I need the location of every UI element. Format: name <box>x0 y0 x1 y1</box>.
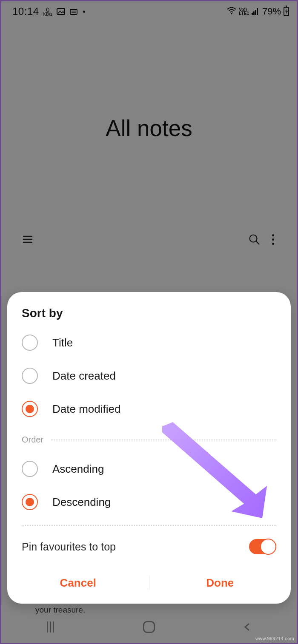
dialog-title: Sort by <box>7 306 291 326</box>
radio-icon <box>22 368 38 384</box>
order-section-label: Order <box>22 435 43 445</box>
nav-recents-button[interactable] <box>25 617 76 637</box>
radio-label: Date created <box>52 369 116 383</box>
divider <box>22 525 276 526</box>
done-button[interactable]: Done <box>149 576 291 590</box>
sort-option-title[interactable]: Title <box>7 326 291 359</box>
navigation-bar <box>1 611 297 643</box>
pin-favourites-toggle[interactable] <box>249 539 276 554</box>
order-option-descending[interactable]: Descending <box>7 485 291 519</box>
sort-option-date-created[interactable]: Date created <box>7 359 291 392</box>
divider <box>51 440 276 440</box>
radio-label: Title <box>52 336 73 349</box>
dialog-actions: Cancel Done <box>7 566 291 599</box>
order-option-ascending[interactable]: Ascending <box>7 452 291 485</box>
radio-icon <box>22 335 38 351</box>
order-section-header: Order <box>7 426 291 452</box>
watermark: www.989214.com <box>255 636 294 641</box>
pin-favourites-label: Pin favourites to top <box>22 541 116 553</box>
nav-home-button[interactable] <box>123 617 175 637</box>
cancel-button[interactable]: Cancel <box>7 576 149 590</box>
radio-icon <box>22 401 38 417</box>
sort-option-date-modified[interactable]: Date modified <box>7 392 291 426</box>
sort-dialog: Sort by Title Date created Date modified… <box>7 292 291 604</box>
radio-icon <box>22 494 38 510</box>
pin-favourites-row[interactable]: Pin favourites to top <box>7 533 291 564</box>
radio-icon <box>22 461 38 477</box>
nav-back-button[interactable] <box>222 617 273 637</box>
radio-label: Date modified <box>52 403 120 416</box>
radio-label: Ascending <box>52 462 104 476</box>
radio-label: Descending <box>52 496 111 509</box>
